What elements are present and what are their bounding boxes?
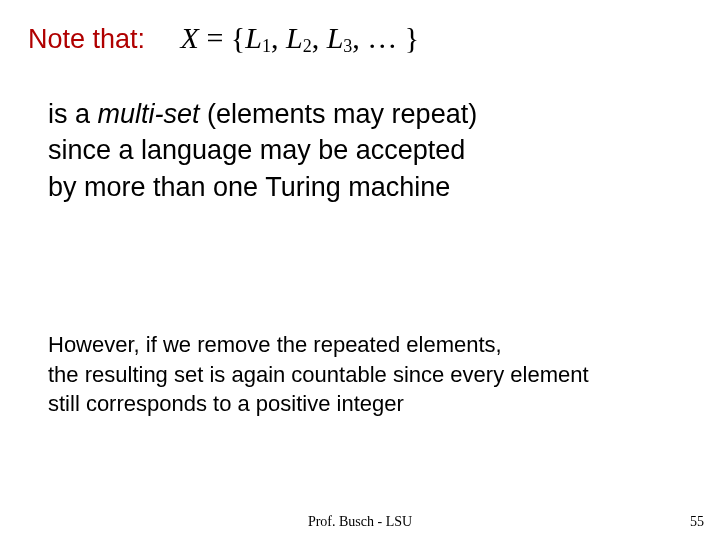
math-sub2: 2 <box>303 36 312 56</box>
math-sub3: 3 <box>343 36 352 56</box>
slide: Note that: X = {L1, L2, L3, … } is a mul… <box>0 0 720 540</box>
heading-line: Note that: X = {L1, L2, L3, … } <box>28 20 692 58</box>
body2-line2: the resulting set is again countable sin… <box>48 360 680 390</box>
math-sub1: 1 <box>262 36 271 56</box>
math-comma-1: , <box>271 21 279 54</box>
math-L3: L <box>327 21 344 54</box>
math-L1: L <box>245 21 262 54</box>
body1-line2: since a language may be accepted <box>48 132 680 168</box>
math-comma-3: , <box>352 21 360 54</box>
body1-l1a: is a <box>48 99 98 129</box>
body1-line1: is a multi-set (elements may repeat) <box>48 96 680 132</box>
math-brace-close: } <box>405 21 419 54</box>
body2-line1: However, if we remove the repeated eleme… <box>48 330 680 360</box>
body-paragraph-2: However, if we remove the repeated eleme… <box>48 330 680 419</box>
body1-line3: by more than one Turing machine <box>48 169 680 205</box>
math-comma-2: , <box>312 21 320 54</box>
body-paragraph-1: is a multi-set (elements may repeat) sin… <box>48 96 680 205</box>
note-that-label: Note that: <box>28 24 145 54</box>
body2-line3: still corresponds to a positive integer <box>48 389 680 419</box>
math-ellipsis: … <box>367 21 397 54</box>
math-expression: X = {L1, L2, L3, … } <box>181 21 420 54</box>
body1-l1c: (elements may repeat) <box>200 99 478 129</box>
footer-credit: Prof. Busch - LSU <box>0 514 720 530</box>
math-equals: = <box>206 21 223 54</box>
math-brace-open: { <box>231 21 245 54</box>
page-number: 55 <box>690 514 704 530</box>
body1-l1b: multi-set <box>98 99 200 129</box>
math-var-x: X <box>181 21 199 54</box>
math-L2: L <box>286 21 303 54</box>
